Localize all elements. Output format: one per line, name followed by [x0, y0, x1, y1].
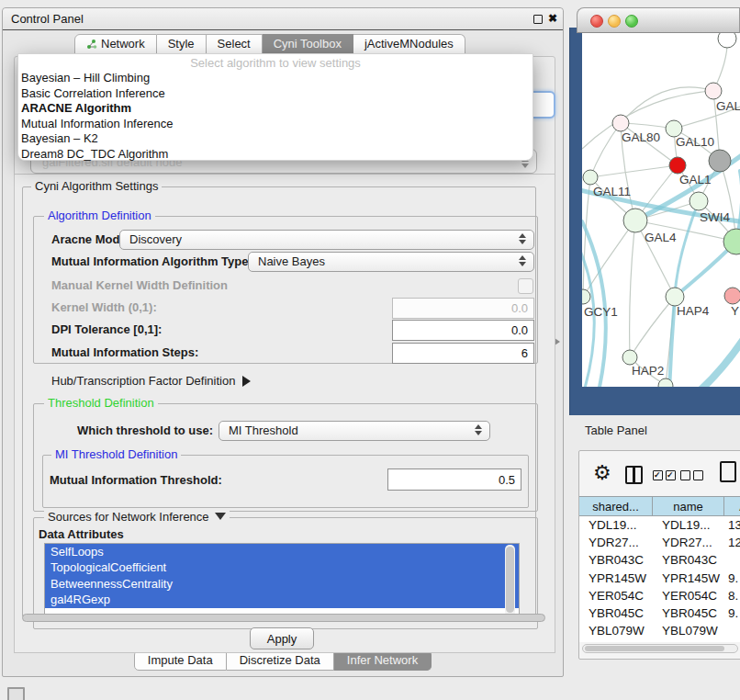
data-attributes-list[interactable]: SelfLoopsTopologicalCoefficientBetweenne…	[44, 543, 520, 618]
minimize-traffic-light-icon[interactable]	[608, 15, 621, 28]
tab-jactivemnodules[interactable]: jActiveMNodules	[353, 34, 465, 54]
cyni-settings-panel: Cyni Algorithm Settings Algorithm Defini…	[14, 174, 555, 653]
tab-cyni-toolbox[interactable]: Cyni Toolbox	[263, 34, 353, 54]
menu-item-dream8-dc-tdc-algorithm[interactable]: Dream8 DC_TDC Algorithm	[18, 147, 533, 163]
mi-steps-input[interactable]	[392, 343, 534, 364]
column-header-1[interactable]: shared...	[579, 496, 653, 516]
tab-style[interactable]: Style	[157, 34, 207, 54]
hide-all-columns-icon[interactable]	[680, 470, 703, 480]
node-label: GAL1	[679, 173, 712, 186]
network-icon	[86, 39, 97, 50]
bottom-tab-impute-data[interactable]: Impute Data	[134, 650, 227, 671]
table-row[interactable]: YLR345WYLR345W9.	[579, 639, 740, 642]
menu-item-basic-correlation-inference[interactable]: Basic Correlation Inference	[18, 86, 533, 102]
sources-title[interactable]: Sources for Network Inference	[44, 511, 230, 524]
table-cell: YPR145W	[653, 570, 724, 587]
node-label: GAL80	[622, 130, 660, 144]
table-row[interactable]: YPR145WYPR145W9.	[579, 570, 740, 587]
network-edge	[630, 297, 675, 357]
network-node-hap4[interactable]	[666, 288, 684, 306]
collapse-down-icon	[215, 513, 226, 520]
network-node-hap2[interactable]	[622, 350, 637, 365]
function-builder-icon[interactable]	[720, 461, 736, 482]
control-panel-title: Control Panel	[11, 8, 84, 29]
network-node[interactable]	[718, 33, 736, 48]
algorithm-menu: Bayesian – Hill ClimbingBasic Correlatio…	[18, 71, 533, 163]
node-label: SWI4	[700, 210, 730, 224]
mi-algorithm-type-combo[interactable]: Naive Bayes	[248, 252, 534, 272]
control-panel-window: Control Panel ✖ NetworkStyleSelectCyni T…	[2, 7, 564, 677]
columns-icon[interactable]	[625, 466, 643, 484]
network-canvas[interactable]: GALGAL80GAL10GAL1GAL11SWI4GAL4GCY1HAP4YH…	[582, 33, 740, 387]
table-row[interactable]: YER054CYER054C8.	[579, 587, 740, 604]
table-row[interactable]: YDL19...YDL19...13	[579, 516, 740, 534]
table-header-row: shared...nameA	[579, 496, 740, 516]
attribute-item-selfloops[interactable]: SelfLoops	[45, 544, 519, 559]
which-threshold-combo[interactable]: MI Threshold	[219, 421, 490, 441]
mi-threshold-input[interactable]	[387, 469, 521, 491]
dock-grip-icon[interactable]	[7, 687, 25, 700]
scrollbar-thumb[interactable]	[585, 646, 724, 651]
network-node-y[interactable]	[724, 288, 740, 304]
dpi-tolerance-input[interactable]	[392, 320, 534, 341]
node-label: Y	[731, 304, 739, 318]
dpi-tolerance-label: DPI Tolerance [0,1]:	[51, 320, 162, 340]
show-all-columns-icon[interactable]: ✓✓	[653, 470, 676, 480]
tab-select[interactable]: Select	[207, 34, 263, 54]
table-row[interactable]: YDR27...YDR27...12	[579, 534, 740, 551]
column-header-3[interactable]: A	[724, 496, 740, 516]
apply-button[interactable]: Apply	[250, 627, 314, 649]
manual-kernel-checkbox[interactable]	[518, 278, 533, 294]
attribute-item-topologicalcoefficient[interactable]: TopologicalCoefficient	[45, 559, 519, 575]
network-window-titlebar[interactable]	[577, 7, 740, 33]
network-node-gal4[interactable]	[623, 209, 647, 232]
settings-horizontal-scrollbar[interactable]	[22, 614, 545, 622]
table-cell: 13	[724, 516, 740, 534]
network-node[interactable]	[709, 150, 731, 172]
scrollbar-thumb[interactable]	[506, 547, 514, 613]
attributes-scrollbar[interactable]	[505, 545, 515, 616]
float-window-icon[interactable]	[533, 15, 543, 24]
bottom-tab-infer-network[interactable]: Infer Network	[334, 650, 432, 671]
node-label: HAP2	[632, 364, 664, 378]
close-traffic-light-icon[interactable]	[590, 15, 603, 28]
aracne-mode-combo[interactable]: Discovery	[119, 230, 534, 250]
network-node-gal80[interactable]	[612, 115, 629, 131]
close-icon[interactable]: ✖	[548, 11, 557, 27]
table-panel-title: Table Panel	[585, 423, 647, 437]
menu-item-aracne-algorithm[interactable]: ARACNE Algorithm	[18, 101, 533, 117]
table-cell	[724, 622, 740, 639]
column-header-2[interactable]: name	[653, 496, 724, 516]
attribute-item-betweennesscentrality[interactable]: BetweennessCentrality	[45, 576, 519, 592]
mi-algorithm-type-value: Naive Bayes	[258, 254, 325, 268]
network-node-gal1[interactable]	[669, 157, 686, 174]
node-label: GAL4	[645, 231, 677, 244]
hub-definition-toggle[interactable]: Hub/Transcription Factor Definition	[51, 373, 251, 390]
menu-item-bayesian-hill-climbing[interactable]: Bayesian – Hill Climbing	[18, 71, 533, 86]
table-row[interactable]: YBR045CYBR045C9.	[579, 604, 740, 622]
table-cell: YLR345W	[653, 639, 724, 642]
node-label: GAL11	[593, 185, 631, 198]
network-node-gcy1[interactable]	[582, 289, 590, 304]
attribute-item-gal4rgexp[interactable]: gal4RGexp	[45, 592, 519, 607]
combo-stepper-icon	[519, 255, 527, 266]
network-node-gal11[interactable]	[583, 170, 598, 185]
table-row[interactable]: YBR043CYBR043C	[579, 551, 740, 569]
zoom-traffic-light-icon[interactable]	[625, 15, 638, 28]
table-cell: YBR045C	[579, 604, 653, 622]
dropdown-placeholder: Select algorithm to view settings	[18, 56, 533, 71]
network-edge-highlighted	[690, 336, 740, 387]
gear-icon[interactable]: ⚙	[593, 462, 611, 484]
mi-threshold-label: Mutual Information Threshold:	[50, 470, 222, 491]
tab-network[interactable]: Network	[74, 34, 157, 54]
bottom-tab-discretize-data[interactable]: Discretize Data	[227, 650, 334, 671]
table-row[interactable]: YBL079WYBL079W	[579, 622, 740, 639]
menu-item-mutual-information-inference[interactable]: Mutual Information Inference	[18, 117, 533, 132]
network-node-swi4[interactable]	[690, 192, 708, 210]
control-panel-titlebar[interactable]: Control Panel ✖	[3, 8, 563, 30]
table-cell: 9.	[724, 639, 740, 642]
kernel-width-input[interactable]	[392, 298, 534, 319]
menu-item-bayesian-k2[interactable]: Bayesian – K2	[18, 131, 533, 147]
table-horizontal-scrollbar[interactable]	[582, 644, 738, 653]
network-node-gal[interactable]	[705, 83, 722, 99]
